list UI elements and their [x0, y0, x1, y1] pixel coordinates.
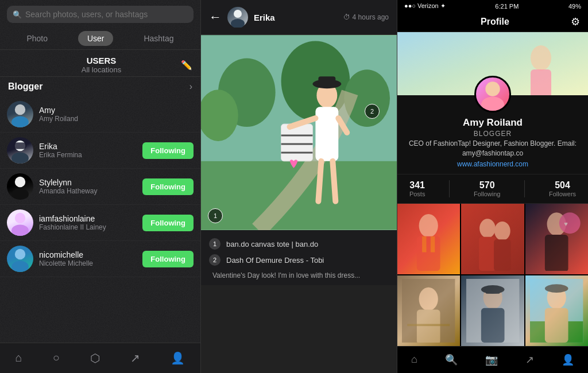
user-handle: Amanda Hatheway	[39, 187, 137, 195]
user-info: Stylelynn Amanda Hatheway	[39, 178, 137, 195]
tabs: Photo User Hashtag	[0, 28, 200, 50]
right-bottom-nav: ⌂ 🔍 📷 ↗ 👤	[397, 346, 588, 373]
status-battery: 49%	[568, 3, 581, 10]
tab-hashtag[interactable]: Hashtag	[134, 31, 183, 46]
follow-button[interactable]: Following	[142, 215, 194, 231]
svg-point-11	[234, 10, 242, 18]
section-category: Blogger	[8, 81, 42, 92]
tab-user[interactable]: User	[78, 31, 114, 46]
svg-point-10	[11, 261, 29, 272]
svg-rect-54	[481, 308, 505, 343]
profile-grid: ♥	[397, 204, 588, 346]
svg-rect-51	[408, 324, 450, 326]
r-search-icon[interactable]: 🔍	[439, 352, 463, 367]
avatar	[7, 101, 33, 127]
posts-count: 341	[409, 180, 425, 191]
users-title: USERS	[82, 56, 121, 65]
edit-icon[interactable]: ✏️	[181, 60, 192, 71]
svg-rect-33	[531, 69, 551, 95]
grid-item-1[interactable]	[397, 204, 460, 274]
status-time: 6:21 PM	[495, 3, 519, 10]
svg-point-40	[479, 219, 496, 238]
search-input[interactable]	[25, 10, 188, 19]
user-name: Stylelynn	[39, 178, 137, 187]
followers-label: Followers	[549, 191, 576, 197]
svg-rect-43	[494, 239, 511, 271]
posts-label: Posts	[409, 191, 425, 197]
following-count: 570	[474, 180, 500, 191]
grid-item-6[interactable]	[525, 275, 588, 346]
svg-rect-24	[315, 107, 338, 161]
svg-point-46	[559, 212, 581, 234]
follow-button[interactable]: Following	[142, 142, 194, 159]
svg-rect-41	[479, 236, 496, 270]
list-item[interactable]: nicomichelle Nicolette Michelle Followin…	[0, 241, 200, 277]
post-image: 1 2	[201, 35, 397, 230]
list-item[interactable]: Erika Erika Fermina Following	[0, 133, 200, 169]
user-name: nicomichelle	[39, 250, 137, 259]
back-button[interactable]: ←	[209, 10, 222, 25]
users-header-text: USERS All locations	[82, 56, 121, 74]
svg-rect-50	[417, 310, 440, 343]
profile-link[interactable]: www.afashionnerd.com	[405, 160, 580, 168]
svg-point-3	[11, 152, 29, 164]
svg-point-6	[11, 188, 29, 200]
profile-name: Amy Roiland	[405, 117, 580, 129]
section-header[interactable]: Blogger ›	[0, 76, 200, 96]
caption-item-1: 1 ban.do canvas tote | ban.do	[209, 236, 389, 252]
followers-count: 504	[549, 180, 576, 191]
users-header: USERS All locations ✏️	[0, 50, 200, 76]
post-time: ⏱ 4 hours ago	[343, 13, 389, 21]
grid-item-2[interactable]	[461, 204, 524, 274]
stat-posts: 341 Posts	[409, 180, 425, 197]
svg-point-36	[419, 214, 438, 238]
user-list: Amy Amy Roiland Erika Erika Fermina Foll…	[0, 96, 200, 343]
svg-rect-38	[423, 236, 427, 252]
user-name: iamfashionlaine	[39, 214, 137, 223]
svg-point-1	[11, 116, 29, 127]
chevron-right-icon: ›	[189, 81, 192, 92]
profile-cover	[397, 32, 588, 95]
profile-nav-icon[interactable]: 👤	[165, 349, 191, 367]
caption-item-2: 2 Dash Of Demure Dress - Tobi	[209, 252, 389, 268]
post-header: ← Erika ⏱ 4 hours ago	[201, 0, 397, 35]
grid-item-5[interactable]	[461, 275, 524, 346]
stat-divider-2	[524, 180, 525, 197]
r-camera-icon[interactable]: 📷	[479, 352, 504, 367]
share-nav-icon[interactable]: ↗	[125, 349, 146, 367]
tab-photo[interactable]: Photo	[17, 31, 57, 46]
avatar	[7, 246, 33, 272]
search-nav-icon[interactable]: ○	[47, 349, 65, 367]
user-name: Erika	[39, 142, 137, 151]
follow-button[interactable]: Following	[142, 178, 194, 195]
r-share-icon[interactable]: ↗	[520, 352, 540, 367]
svg-point-12	[231, 19, 245, 28]
post-username: Erika	[254, 13, 275, 22]
list-item[interactable]: iamfashionlaine Fashionlaine II Lainey F…	[0, 205, 200, 241]
stat-following: 570 Following	[474, 180, 500, 197]
list-item[interactable]: Stylelynn Amanda Hatheway Following	[0, 169, 200, 205]
search-bar[interactable]: 🔍	[7, 6, 194, 23]
profile-title: Profile	[481, 17, 509, 27]
follow-button[interactable]: Following	[142, 251, 194, 267]
r-profile-icon[interactable]: 👤	[556, 352, 580, 367]
user-info: nicomichelle Nicolette Michelle	[39, 250, 137, 267]
gear-icon[interactable]: ⚙	[571, 15, 580, 28]
following-label: Following	[474, 191, 500, 197]
user-handle: Erika Fermina	[39, 151, 137, 159]
svg-point-9	[15, 249, 25, 259]
search-icon: 🔍	[13, 10, 22, 19]
caption-num-1: 1	[209, 238, 220, 250]
list-item[interactable]: Amy Amy Roiland	[0, 96, 200, 133]
svg-text:♥: ♥	[564, 220, 568, 227]
profile-header-bar: Profile ⚙	[397, 12, 588, 32]
avatar	[474, 76, 511, 112]
camera-nav-icon[interactable]: ⬡	[84, 349, 106, 367]
svg-line-27	[318, 161, 321, 201]
svg-point-7	[15, 213, 25, 223]
home-nav-icon[interactable]: ⌂	[10, 349, 28, 367]
grid-item-3[interactable]: ♥	[525, 204, 588, 274]
post-avatar	[227, 7, 248, 28]
grid-item-4[interactable]	[397, 275, 460, 346]
r-home-icon[interactable]: ⌂	[405, 352, 423, 367]
